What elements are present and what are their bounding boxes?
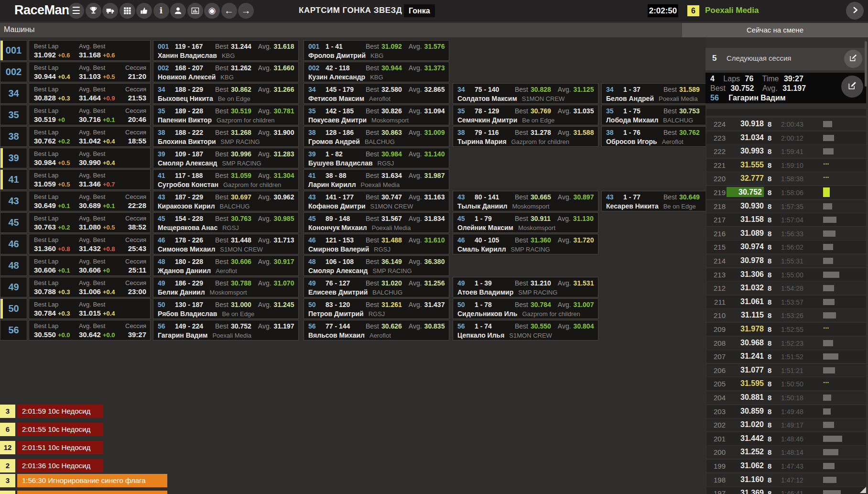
stint-cell[interactable]: 3879 - 116Best31.278Avg.31.588Тырина Мар…	[453, 126, 598, 147]
car-summary-cell[interactable]: Best Lap31.092+0.6Avg. Best31.168+0.6	[29, 40, 151, 61]
lap-row[interactable]: 22430.91882:00:43	[706, 118, 866, 131]
stint-cell[interactable]: 35189 - 228Best30.519Avg.30.781Папенин В…	[153, 105, 299, 125]
stint-cell[interactable]: 451 - 79Best30.911Avg.31.130Олейник Макс…	[453, 212, 598, 233]
stint-cell[interactable]: 4138 - 88Best31.634Avg.31.987Ларин Кирил…	[304, 169, 449, 190]
stint-cell[interactable]: 34145 - 179Best32.580Avg.32.865Фетисов М…	[304, 83, 449, 104]
lap-row[interactable]: 21331.30681:55:00	[706, 268, 866, 281]
lap-row[interactable]: 20330.85981:49:48	[706, 405, 866, 418]
lap-row[interactable]: 22230.99381:59:41	[706, 145, 866, 158]
stint-cell[interactable]: 49186 - 229Best30.788Avg.31.070Белик Дан…	[153, 277, 299, 297]
stint-cell[interactable]: 391 - 82Best30.984Avg.31.140Бушуев Влади…	[304, 148, 449, 168]
stint-cell[interactable]: 34188 - 229Best30.862Avg.31.266Быховец Н…	[153, 83, 299, 104]
lap-row[interactable]: 20031.25281:48:14	[706, 446, 866, 459]
collapse-sidebar-button[interactable]	[846, 2, 864, 20]
stint-cell[interactable]: 4589 - 148Best31.567Avg.31.834Конончук М…	[304, 212, 449, 233]
sidebar-scrollbar[interactable]	[865, 41, 867, 87]
stint-cell[interactable]: 38128 - 186Best30.863Avg.31.009Громов Ан…	[304, 126, 449, 147]
stint-cell[interactable]: 46121 - 153Best31.488Avg.31.610Смирнов В…	[304, 234, 449, 254]
car-number-cell[interactable]: 35	[0, 105, 27, 125]
lap-row[interactable]: 20931.97881:52:55...	[706, 323, 866, 336]
stint-cell[interactable]: 491 - 39Best31.210Avg.31.531Атоев Владим…	[453, 277, 598, 297]
car-summary-cell[interactable]: Best Lap30.550+0.0Avg. Best30.642+0.0Сес…	[29, 320, 151, 340]
car-number-cell[interactable]: 48	[0, 255, 27, 276]
info-button[interactable]: i	[153, 3, 169, 19]
stint-cell[interactable]: 4380 - 141Best30.665Avg.30.897Тылык Дани…	[453, 191, 598, 211]
lap-row[interactable]: 21731.15881:57:04	[706, 213, 866, 226]
car-summary-cell[interactable]: Best Lap30.519+0Avg. Best30.716+0.1Сесси…	[29, 105, 151, 125]
stint-cell[interactable]: 501 - 78Best30.784Avg.31.007Сидельников …	[453, 298, 598, 319]
car-summary-cell[interactable]: Best Lap30.763+0.2Avg. Best31.080+0.5Сес…	[29, 212, 151, 233]
lap-row[interactable]: 21131.06181:53:57	[706, 296, 866, 308]
stint-cell[interactable]: 45154 - 228Best30.763Avg.30.985Мещеряков…	[153, 212, 299, 233]
stint-cell[interactable]: 381 - 76Best30.762Avg.Обросов ИгорьAerof…	[601, 126, 705, 147]
stint-cell[interactable]: 50130 - 187Best31.000Avg.31.245Рябов Вла…	[153, 298, 299, 319]
lap-row[interactable]: 20531.59581:50:50...	[706, 377, 866, 390]
car-summary-cell[interactable]: Best Lap30.784+0.3Avg. Best31.015+0.4	[29, 298, 151, 319]
next-session-card[interactable]: 5 Следующая сессия	[705, 48, 866, 70]
car-number-cell[interactable]: 46	[0, 234, 27, 254]
trophy-button[interactable]	[86, 3, 101, 19]
car-summary-cell[interactable]: Best Lap30.762+0.2Avg. Best31.042+0.4Сес…	[29, 126, 151, 147]
lap-row[interactable]: 21031.11581:53:26	[706, 309, 866, 322]
stint-cell[interactable]: 002168 - 207Best31.262Avg.31.660Новиков …	[153, 62, 299, 82]
car-summary-cell[interactable]: Best Lap30.984+0.5Avg. Best30.990+0.4	[29, 148, 151, 168]
stint-cell[interactable]: 43187 - 229Best30.697Avg.30.962Киракозов…	[153, 191, 299, 211]
lap-row[interactable]: 20631.07781:51:21	[706, 364, 866, 377]
stint-cell[interactable]: 001119 - 167Best31.244Avg.31.618Ханин Вл…	[153, 40, 299, 61]
thumbs-up-button[interactable]	[136, 3, 152, 19]
kart-button[interactable]	[102, 3, 118, 19]
stint-cell[interactable]: 5083 - 120Best31.261Avg.31.437Петров Дми…	[304, 298, 449, 319]
current-session-card[interactable]: 4 Laps 76 Time 39:27 Best 30.752 Avg. 31…	[705, 73, 866, 103]
lap-row[interactable]: 21530.97481:56:02	[706, 241, 866, 253]
car-summary-cell[interactable]: Best Lap30.828+0.3Avg. Best31.464+0.9Сес…	[29, 83, 151, 104]
stint-cell[interactable]: 561 - 74Best30.550Avg.30.804Цепкало Илья…	[453, 320, 598, 340]
stint-cell[interactable]: 0011 - 41Best31.092Avg.31.576Фролов Дмит…	[304, 40, 449, 61]
lap-row[interactable]: 21631.08981:56:33	[706, 227, 866, 240]
lap-row[interactable]: 22331.03482:00:12	[706, 132, 866, 144]
stint-cell[interactable]: 341 - 37Best31.589Avg.Белов АндрейPoexal…	[601, 83, 705, 104]
stint-cell[interactable]: 56149 - 224Best30.752Avg.31.197Гагарин В…	[153, 320, 299, 340]
lap-row[interactable]: 19731.36981:46:41	[706, 487, 866, 494]
lap-row[interactable]: 20131.44281:48:46	[706, 432, 866, 445]
edit-current-session-button[interactable]	[841, 76, 863, 98]
stint-cell[interactable]: 38188 - 222Best31.268Avg.31.900Блохина В…	[153, 126, 299, 147]
statistics-button[interactable]	[187, 3, 203, 19]
car-number-cell[interactable]: 43	[0, 191, 27, 211]
lap-row[interactable]: 22131.55581:59:10...	[706, 159, 866, 172]
car-number-cell[interactable]: 41	[0, 169, 27, 190]
car-summary-cell[interactable]: Best Lap31.360+0.8Avg. Best31.432+0.8Сес…	[29, 234, 151, 254]
stint-cell[interactable]: 46178 - 226Best31.448Avg.31.713Симонов М…	[153, 234, 299, 254]
back-arrow-button[interactable]: ←	[221, 3, 237, 19]
live-view-button[interactable]: ◉	[204, 3, 220, 19]
forward-arrow-button[interactable]: →	[238, 3, 254, 19]
menu-button[interactable]: ☰	[68, 3, 84, 19]
car-summary-cell[interactable]: Best Lap30.649+0.1Avg. Best30.689+0.1Сес…	[29, 191, 151, 211]
driver-button[interactable]	[170, 3, 186, 19]
stint-cell[interactable]: 35142 - 185Best30.826Avg.31.094Покусаев …	[304, 105, 449, 125]
car-summary-cell[interactable]: Best Lap30.944+0.4Avg. Best31.103+0.5Сес…	[29, 62, 151, 82]
stint-cell[interactable]: 3578 - 129Best30.769Avg.31.035Семячкин Д…	[453, 105, 598, 125]
stint-cell[interactable]: 4976 - 127Best31.020Avg.31.256Елисеев Дм…	[304, 277, 449, 297]
car-summary-cell[interactable]: Best Lap31.059+0.5Avg. Best31.346+0.7	[29, 169, 151, 190]
stint-cell[interactable]: 39109 - 187Best30.996Avg.31.283Смоляр Ал…	[153, 148, 299, 168]
lap-row[interactable]: 20830.96881:52:23	[706, 337, 866, 350]
stint-cell[interactable]: 351 - 75Best30.753Avg.Лобода МихаилBALCH…	[601, 105, 705, 125]
apps-grid-button[interactable]	[119, 3, 135, 19]
stint-cell[interactable]: 41117 - 188Best31.059Avg.31.304Сугробов …	[153, 169, 299, 190]
car-number-cell[interactable]: 49	[0, 277, 27, 297]
stint-cell[interactable]: 4640 - 105Best31.360Avg.31.720Смаль Кири…	[453, 234, 598, 254]
lap-row[interactable]: 21430.97881:55:31	[706, 254, 866, 267]
stint-cell[interactable]: 48106 - 108Best36.149Avg.36.380Смоляр Ал…	[304, 255, 449, 276]
edit-next-session-button[interactable]	[844, 50, 862, 68]
car-number-cell[interactable]: 45	[0, 212, 27, 233]
lap-row[interactable]: 19831.16081:47:12	[706, 473, 866, 486]
stint-cell[interactable]: 48180 - 228Best30.606Avg.30.917Жданов Да…	[153, 255, 299, 276]
car-number-cell[interactable]: 56	[0, 320, 27, 340]
car-number-cell[interactable]: 001	[0, 40, 27, 61]
stint-cell[interactable]: 43141 - 177Best30.747Avg.31.163Кофанов Д…	[304, 191, 449, 211]
lap-row[interactable]: 19931.06281:47:43	[706, 460, 866, 472]
lap-row[interactable]: 20731.24181:51:52	[706, 350, 866, 363]
lap-row[interactable]: 22032.77781:58:38...	[706, 172, 866, 185]
car-number-cell[interactable]: 50	[0, 298, 27, 319]
stint-cell[interactable]: 5677 - 144Best30.626Avg.30.835Вяльсов Ми…	[304, 320, 449, 340]
